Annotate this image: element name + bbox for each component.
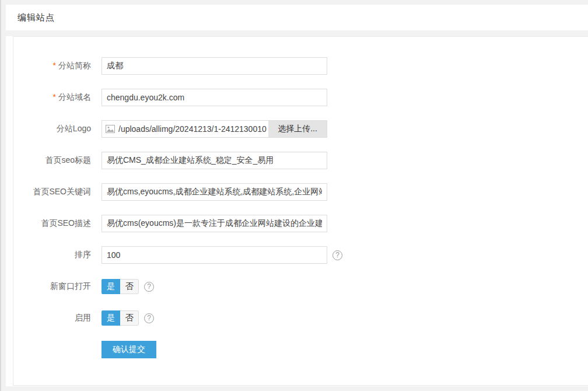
site-name-label: *分站简称 xyxy=(13,61,91,71)
form-row-site-domain: *分站域名 xyxy=(13,89,588,106)
enabled-no-button[interactable]: 否 xyxy=(120,310,139,326)
page-title: 编辑站点 xyxy=(18,12,55,23)
seo-keywords-input[interactable] xyxy=(102,183,327,201)
required-mark: * xyxy=(53,92,56,102)
header-panel-divider xyxy=(6,30,588,36)
help-icon[interactable]: ? xyxy=(332,250,342,260)
form-row-submit: 确认提交 xyxy=(13,341,588,358)
edit-site-form-panel: *分站简称 *分站域名 分站Logo xyxy=(13,36,588,386)
form-row-site-name: *分站简称 xyxy=(13,57,588,75)
site-logo-path-text: /uploads/allimg/20241213/1-2412130010 xyxy=(118,124,267,134)
form-row-open-new-window: 新窗口打开 是 否 ? xyxy=(13,278,588,295)
submit-button[interactable]: 确认提交 xyxy=(102,341,156,358)
enabled-yes-button[interactable]: 是 xyxy=(102,310,120,326)
image-icon xyxy=(106,125,115,133)
page-left-edge xyxy=(0,0,6,391)
page-bottom-gap xyxy=(6,386,588,391)
seo-keywords-label: 首页SEO关键词 xyxy=(13,187,91,197)
site-domain-label: *分站域名 xyxy=(13,92,91,103)
site-logo-label: 分站Logo xyxy=(13,124,91,134)
header-bar: 编辑站点 xyxy=(6,5,588,30)
form-row-seo-keywords: 首页SEO关键词 xyxy=(13,183,588,201)
form-row-sort-order: 排序 ? xyxy=(13,246,588,264)
site-logo-path-field[interactable]: /uploads/allimg/20241213/1-2412130010 xyxy=(102,121,268,137)
required-mark: * xyxy=(53,61,56,70)
sort-order-input[interactable] xyxy=(102,246,327,264)
open-new-window-no-button[interactable]: 否 xyxy=(120,279,139,294)
form-row-enabled: 启用 是 否 ? xyxy=(13,309,588,327)
seo-description-label: 首页SEO描述 xyxy=(13,218,91,229)
seo-title-input[interactable] xyxy=(102,152,327,169)
site-domain-input[interactable] xyxy=(102,89,327,106)
site-name-input[interactable] xyxy=(102,57,327,75)
form-row-site-logo: 分站Logo /uploads/allimg/20241213/1-241213… xyxy=(13,120,588,138)
page-top-gap xyxy=(6,0,588,5)
open-new-window-label: 新窗口打开 xyxy=(13,281,91,292)
help-icon[interactable]: ? xyxy=(144,313,154,323)
help-icon[interactable]: ? xyxy=(144,282,154,292)
enabled-toggle: 是 否 xyxy=(102,310,139,326)
form-row-seo-description: 首页SEO描述 xyxy=(13,215,588,232)
seo-title-label: 首页seo标题 xyxy=(13,155,91,166)
form-row-seo-title: 首页seo标题 xyxy=(13,152,588,169)
open-new-window-yes-button[interactable]: 是 xyxy=(102,279,120,294)
site-logo-control: /uploads/allimg/20241213/1-2412130010 选择… xyxy=(102,120,327,138)
sort-order-label: 排序 xyxy=(13,250,91,260)
enabled-label: 启用 xyxy=(13,313,91,323)
seo-description-input[interactable] xyxy=(102,215,327,232)
upload-button[interactable]: 选择上传... xyxy=(268,121,327,137)
open-new-window-toggle: 是 否 xyxy=(102,279,139,294)
